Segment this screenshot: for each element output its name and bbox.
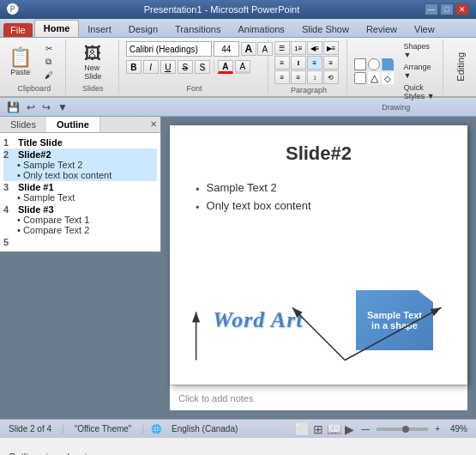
minimize-button[interactable]: — [425, 3, 438, 15]
paste-label: Paste [10, 68, 30, 76]
wordart-text[interactable]: Word Art [213, 307, 304, 333]
outline-slide-2: 2 Slide#2 [3, 149, 157, 160]
quick-styles-button[interactable]: QuickStyles ▼ [401, 82, 437, 101]
ribbon-tabs: File Home Insert Design Transitions Anim… [0, 19, 476, 38]
bold-button[interactable]: B [126, 60, 142, 74]
maximize-button[interactable]: □ [440, 3, 454, 15]
undo-button[interactable]: ↩ [25, 100, 37, 114]
drawing-label: Drawing [382, 101, 410, 112]
justify-button[interactable]: ≡ [291, 70, 306, 84]
font-family-input[interactable] [126, 41, 212, 57]
font-row1: A A [126, 41, 263, 57]
strikethrough-button[interactable]: S [178, 60, 193, 74]
copy-button[interactable]: ⧉ [36, 56, 62, 68]
tab-transitions[interactable]: Transitions [166, 21, 229, 37]
arrange-button[interactable]: Arrange ▼ [401, 62, 437, 81]
editing-group: Editing [449, 39, 473, 94]
numbering-button[interactable]: 1≡ [291, 41, 306, 55]
bullets-button[interactable]: ☰ [274, 41, 290, 55]
tab-file[interactable]: File [3, 23, 33, 37]
list-item: 2 Slide#2 • Sample Text 2 • Only text bo… [3, 149, 157, 181]
zoom-level[interactable]: 49% [447, 424, 471, 434]
left-panel: Slides Outline ✕ 1 Title Slide 2 Slid [0, 117, 161, 252]
window-controls[interactable]: — □ ✕ [425, 3, 469, 15]
slide-canvas[interactable]: Slide#2 • Sample Text 2 • Only text box … [170, 125, 467, 385]
slide-sorter-button[interactable]: ⊞ [313, 422, 323, 436]
format-painter-button[interactable]: 🖌 [36, 70, 62, 81]
shapes-row2: △ ◇ [354, 72, 394, 84]
text-direction-button[interactable]: ⟲ [323, 70, 339, 84]
tab-view[interactable]: View [406, 21, 443, 37]
ribbon-group-paragraph: ☰ 1≡ ◀≡ ▶≡ ≡ ⫿ ≡ ≡ ≡ ≡ ↕ ⟲ Paragraph [270, 39, 347, 94]
status-right: ⬜ ⊞ 📖 ▶ — + 49% [295, 422, 471, 436]
notes-placeholder: Click to add notes [178, 393, 253, 403]
new-slide-button[interactable]: 🖼 NewSlide [79, 41, 106, 82]
notes-area[interactable]: Click to add notes [170, 385, 467, 410]
zoom-slider[interactable] [377, 428, 428, 431]
increase-font-button[interactable]: A [241, 42, 256, 56]
italic-button[interactable]: I [143, 60, 159, 74]
theme-name: "Office Theme" [71, 424, 136, 434]
bullet-text-1: Sample Text 2 [207, 181, 277, 194]
paste-icon: 📋 [10, 47, 31, 68]
rounded-rect-shape[interactable] [354, 72, 366, 84]
slide-info: Slide 2 of 4 [5, 424, 55, 434]
ribbon-group-drawing: △ ◇ Shapes ▼ Arrange ▼ QuickStyles ▼ Dra… [349, 39, 443, 94]
circle-shape[interactable] [368, 58, 380, 70]
tab-slides[interactable]: Slides [0, 117, 46, 132]
slides-content: 🖼 NewSlide [79, 41, 106, 82]
tab-slideshow[interactable]: Slide Show [293, 21, 358, 37]
font-color-b[interactable]: A [235, 60, 250, 74]
sample-shape[interactable]: Sample Text in a shape [356, 290, 433, 350]
shapes-button[interactable]: Shapes ▼ [401, 41, 437, 60]
line-spacing-button[interactable]: ↕ [307, 70, 322, 84]
tab-animations[interactable]: Animations [229, 21, 292, 37]
notched-shape[interactable] [382, 58, 394, 70]
slideshow-button[interactable]: ▶ [345, 422, 354, 436]
align-center-button[interactable]: ≡ [323, 56, 339, 70]
outline-slide-5: 5 [3, 237, 157, 247]
tab-home[interactable]: Home [34, 20, 80, 37]
font-label: Font [187, 82, 202, 93]
list-item: 3 Slide #1 • Sample Text [3, 181, 157, 203]
rectangle-shape[interactable] [354, 58, 366, 70]
panel-close-button[interactable]: ✕ [147, 117, 160, 130]
underline-button[interactable]: U [160, 60, 176, 74]
normal-view-button[interactable]: ⬜ [295, 422, 310, 436]
close-button[interactable]: ✕ [455, 3, 469, 15]
columns-button[interactable]: ⫿ [291, 56, 306, 70]
tab-outline[interactable]: Outline [46, 117, 100, 132]
increase-indent-button[interactable]: ▶≡ [323, 41, 339, 55]
font-size-input[interactable] [214, 41, 239, 57]
zoom-in-button[interactable]: + [431, 424, 443, 434]
bottom-labels: Outline view showingjust text box conten… [0, 438, 476, 455]
outline-title-2: Slide#2 [18, 149, 51, 160]
outline-sub-3-1: • Sample Text [3, 192, 157, 203]
ribbon-group-slides: 🖼 NewSlide Slides [68, 39, 119, 94]
new-slide-label: NewSlide [84, 64, 101, 81]
decrease-indent-button[interactable]: ◀≡ [307, 41, 322, 55]
redo-button[interactable]: ↪ [40, 100, 52, 114]
paste-button[interactable]: 📋 Paste [7, 46, 34, 78]
list-item: 5 [3, 236, 157, 248]
clipboard-sub-btns: ✂ ⧉ 🖌 [36, 43, 62, 81]
new-slide-icon: 🖼 [82, 43, 103, 64]
cut-button[interactable]: ✂ [36, 43, 62, 54]
ribbon-group-font: A A B I U S S A A Font [121, 39, 269, 94]
outline-sub-4-1: • Compare Text 1 [3, 215, 157, 225]
reading-view-button[interactable]: 📖 [327, 422, 341, 436]
outline-sub-2-1: • Sample Text 2 [3, 160, 157, 170]
shadow-button[interactable]: S [195, 60, 210, 74]
tab-design[interactable]: Design [120, 21, 166, 37]
slide-content: • Sample Text 2 • Only text box content [170, 173, 467, 221]
align-left-button[interactable]: ≡ [307, 56, 322, 70]
align-right-button[interactable]: ≡ [274, 70, 290, 84]
qa-dropdown-button[interactable]: ▼ [56, 100, 69, 114]
font-color-a[interactable]: A [218, 60, 233, 74]
tab-insert[interactable]: Insert [79, 21, 120, 37]
align-text-button[interactable]: ≡ [274, 56, 290, 70]
zoom-out-button[interactable]: — [358, 424, 373, 434]
outline-panel: 1 Title Slide 2 Slide#2 • Sample Text 2 … [0, 133, 160, 252]
tab-review[interactable]: Review [358, 21, 406, 37]
save-button[interactable]: 💾 [5, 100, 21, 114]
